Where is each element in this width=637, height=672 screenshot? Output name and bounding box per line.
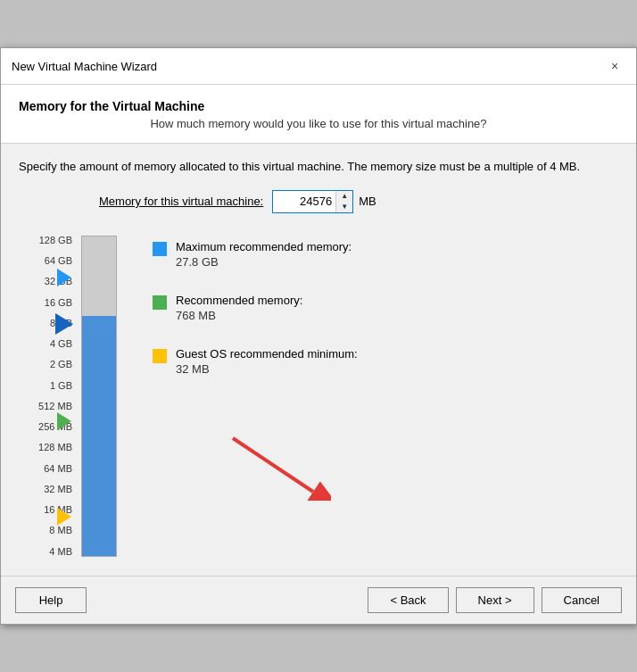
legend-guest-value: 32 MB (176, 362, 358, 376)
next-button[interactable]: Next > (456, 587, 534, 613)
svg-rect-1 (153, 295, 167, 310)
legend-guest-text: Guest OS recommended minimum: 32 MB (176, 347, 358, 376)
memory-unit: MB (359, 195, 376, 208)
back-button[interactable]: < Back (368, 587, 448, 613)
legend-max-title: Maximum recommended memory: (176, 240, 352, 253)
scale-label-16gb: 16 GB (19, 298, 72, 308)
scale-label-1gb: 1 GB (19, 381, 72, 391)
next-arrow-indicator (224, 429, 331, 501)
page-subtitle: How much memory would you like to use fo… (19, 117, 618, 130)
memory-label: Memory for this virtual machine: (99, 195, 263, 208)
slider-marker-max (57, 269, 71, 286)
footer: Help < Back Next > Cancel (1, 576, 636, 624)
slider-thumb-current (55, 313, 73, 335)
dialog-title: New Virtual Machine Wizard (12, 60, 157, 73)
slider-section: 128 GB 64 GB 32 GB 16 GB 8 GB 4 GB 2 GB … (19, 231, 135, 561)
spinbox-up-button[interactable]: ▲ (336, 191, 352, 202)
spinbox-buttons: ▲ ▼ (335, 191, 352, 212)
description-text: Specify the amount of memory allocated t… (19, 158, 618, 176)
legend-rec-title: Recommended memory: (176, 294, 302, 307)
cancel-button[interactable]: Cancel (542, 587, 622, 613)
max-memory-icon (153, 242, 167, 256)
legend-rec-value: 768 MB (176, 309, 302, 322)
close-button[interactable]: × (604, 55, 625, 77)
scale-label-4gb: 4 GB (19, 339, 72, 349)
help-button[interactable]: Help (15, 587, 87, 613)
scale-label-128gb: 128 GB (19, 236, 72, 245)
svg-line-4 (233, 438, 313, 492)
legend-section: Maximum recommended memory: 27.8 GB Reco… (135, 231, 618, 561)
legend-item-max: Maximum recommended memory: 27.8 GB (153, 240, 618, 269)
title-bar: New Virtual Machine Wizard × (1, 48, 636, 85)
recommended-memory-icon (153, 295, 167, 310)
memory-slider-track[interactable] (81, 236, 117, 557)
legend-max-text: Maximum recommended memory: 27.8 GB (176, 240, 352, 269)
page-title: Memory for the Virtual Machine (19, 99, 618, 113)
footer-right: < Back Next > Cancel (368, 587, 622, 613)
legend-item-guest: Guest OS recommended minimum: 32 MB (153, 347, 618, 376)
legend-guest-title: Guest OS recommended minimum: (176, 347, 358, 361)
memory-input[interactable] (273, 191, 335, 212)
scale-label-128mb: 128 MB (19, 443, 72, 452)
scale-label-512mb: 512 MB (19, 402, 72, 411)
guest-minimum-icon (153, 349, 167, 363)
content-area: Specify the amount of memory allocated t… (1, 144, 636, 576)
memory-spinbox: ▲ ▼ (272, 190, 353, 213)
header-section: Memory for the Virtual Machine How much … (1, 85, 636, 144)
footer-left: Help (15, 587, 87, 613)
slider-legend-container: 128 GB 64 GB 32 GB 16 GB 8 GB 4 GB 2 GB … (19, 231, 618, 561)
scale-label-8mb: 8 MB (19, 526, 72, 535)
scale-label-2gb: 2 GB (19, 360, 72, 369)
legend-item-recommended: Recommended memory: 768 MB (153, 294, 618, 322)
legend-rec-text: Recommended memory: 768 MB (176, 294, 302, 322)
memory-control-row: Memory for this virtual machine: ▲ ▼ MB (99, 190, 618, 213)
svg-rect-2 (153, 349, 167, 363)
scale-label-4mb: 4 MB (19, 547, 72, 557)
scale-label-64gb: 64 GB (19, 256, 72, 266)
scale-label-64mb: 64 MB (19, 464, 72, 474)
slider-fill (82, 316, 116, 556)
dialog-window: New Virtual Machine Wizard × Memory for … (0, 47, 637, 625)
spinbox-down-button[interactable]: ▼ (336, 202, 352, 212)
slider-marker-recommended (57, 412, 71, 430)
legend-max-value: 27.8 GB (176, 255, 352, 269)
scale-label-32mb: 32 MB (19, 485, 72, 494)
slider-marker-guest (57, 508, 71, 526)
arrow-indicator (224, 429, 618, 503)
svg-rect-0 (153, 242, 167, 256)
